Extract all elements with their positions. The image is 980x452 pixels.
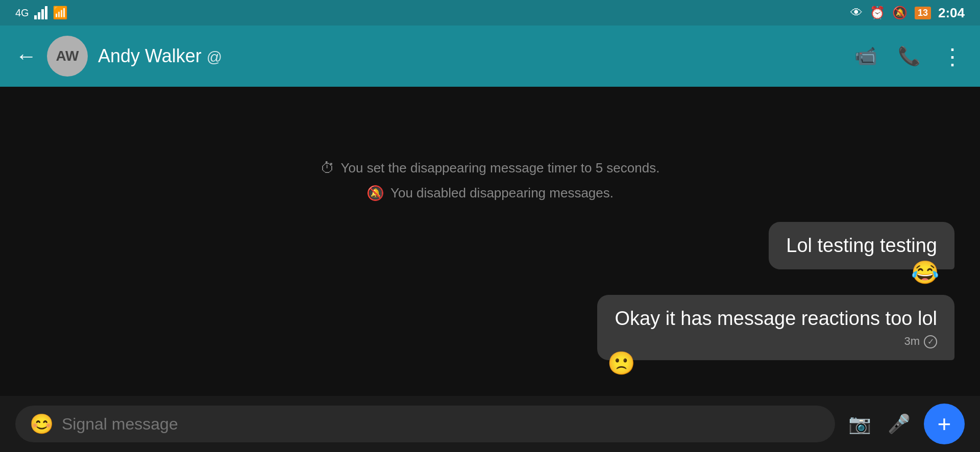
eye-icon: 👁 [850, 6, 863, 20]
status-bar-left: 4G 📶 [15, 6, 68, 20]
input-field-wrapper: 😊 [15, 406, 835, 442]
add-attachment-button[interactable]: + [924, 404, 965, 444]
timer-icon: ⏱ [321, 160, 335, 177]
battery-icon: 13 [915, 7, 931, 19]
message-2-bubble[interactable]: Okay it has message reactions too lol 3m [597, 295, 954, 360]
message-1-text: Lol testing testing [786, 235, 937, 256]
clock-label: 2:04 [938, 5, 965, 21]
avatar: AW [47, 36, 88, 77]
message-2-text: Okay it has message reactions too lol [615, 308, 937, 329]
system-msg-1-text: You set the disappearing message timer t… [341, 160, 660, 176]
status-bar-right: 👁 ⏰ 🔕 13 2:04 [850, 5, 965, 21]
phone-call-icon[interactable]: 📞 [898, 45, 921, 67]
system-msg-2-text: You disabled disappearing messages. [390, 185, 614, 201]
header-actions: 📹 📞 ⋮ [854, 43, 965, 69]
message-2-wrapper: Okay it has message reactions too lol 3m… [597, 295, 954, 360]
video-call-icon[interactable]: 📹 [854, 45, 877, 67]
microphone-button[interactable]: 🎤 [888, 413, 911, 435]
emoji-picker-button[interactable]: 😊 [30, 413, 54, 435]
message-1-wrapper: Lol testing testing 😂 [769, 222, 954, 269]
system-messages: ⏱ You set the disappearing message timer… [26, 160, 954, 202]
wifi-icon: 📶 [53, 6, 68, 20]
message-2-meta: 3m [615, 334, 937, 349]
input-bar: 😊 📷 🎤 + [0, 396, 980, 452]
more-options-icon[interactable]: ⋮ [941, 43, 965, 69]
delivered-icon [924, 335, 937, 348]
back-button[interactable]: ← [15, 44, 37, 68]
disabled-timer-icon: 🔕 [366, 185, 384, 202]
chat-area: ⏱ You set the disappearing message timer… [0, 87, 980, 396]
messages-container: Lol testing testing 😂 Okay it has messag… [26, 222, 954, 381]
signal-icon [34, 6, 47, 19]
message-2-timestamp: 3m [904, 334, 920, 349]
status-bar: 4G 📶 👁 ⏰ 🔕 13 2:04 [0, 0, 980, 26]
carrier-label: 4G [15, 7, 29, 19]
message-1-reaction[interactable]: 😂 [911, 261, 939, 284]
camera-button[interactable]: 📷 [848, 413, 871, 435]
bell-icon: 🔕 [892, 6, 908, 20]
add-icon: + [938, 410, 951, 438]
message-2-reaction[interactable]: 🙁 [607, 352, 635, 374]
system-msg-2: 🔕 You disabled disappearing messages. [366, 185, 614, 202]
chat-header: ← AW Andy Walker @ 📹 📞 ⋮ [0, 26, 980, 87]
message-input[interactable] [62, 415, 821, 434]
contact-name[interactable]: Andy Walker @ [98, 45, 854, 67]
alarm-icon: ⏰ [870, 6, 885, 20]
system-msg-1: ⏱ You set the disappearing message timer… [321, 160, 660, 177]
